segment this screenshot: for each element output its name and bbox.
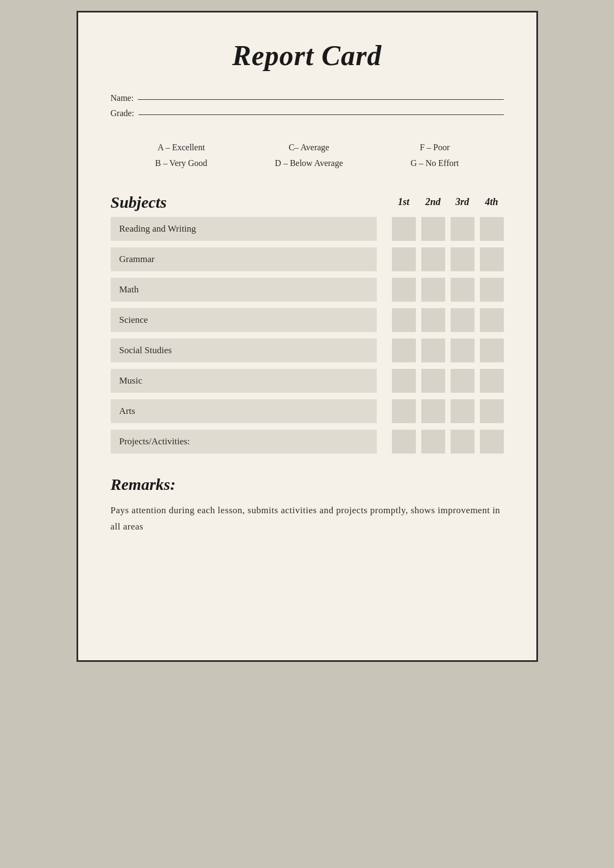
grade-box-1-q4[interactable] bbox=[480, 247, 504, 271]
legend-c: C– Average bbox=[275, 140, 343, 156]
subjects-header: Subjects 1st 2nd 3rd 4th bbox=[111, 193, 504, 212]
grade-boxes-4 bbox=[384, 339, 504, 362]
name-label: Name: bbox=[111, 93, 134, 103]
grade-box-4-q2[interactable] bbox=[421, 339, 445, 362]
subject-name-4: Social Studies bbox=[111, 339, 377, 362]
grade-box-3-q1[interactable] bbox=[392, 308, 416, 332]
subject-name-0: Reading and Writing bbox=[111, 217, 377, 241]
legend-d: D – Below Average bbox=[275, 156, 343, 171]
subject-name-5: Music bbox=[111, 369, 377, 393]
grade-box-7-q3[interactable] bbox=[451, 430, 474, 454]
quarter-headers: 1st 2nd 3rd 4th bbox=[384, 196, 504, 208]
grade-box-2-q4[interactable] bbox=[480, 278, 504, 302]
grade-box-4-q1[interactable] bbox=[392, 339, 416, 362]
subject-row: Grammar bbox=[111, 247, 504, 271]
grade-box-2-q1[interactable] bbox=[392, 278, 416, 302]
name-line: Name: bbox=[111, 93, 504, 103]
info-section: Name: Grade: bbox=[111, 93, 504, 118]
subject-name-7: Projects/Activities: bbox=[111, 430, 377, 454]
grade-box-6-q1[interactable] bbox=[392, 399, 416, 423]
grade-box-7-q2[interactable] bbox=[421, 430, 445, 454]
grade-boxes-6 bbox=[384, 399, 504, 423]
grade-boxes-3 bbox=[384, 308, 504, 332]
quarter-4-header: 4th bbox=[480, 196, 504, 208]
grade-boxes-5 bbox=[384, 369, 504, 393]
subject-row: Science bbox=[111, 308, 504, 332]
subject-row: Reading and Writing bbox=[111, 217, 504, 241]
subject-name-1: Grammar bbox=[111, 247, 377, 271]
grade-box-5-q3[interactable] bbox=[451, 369, 474, 393]
grade-underline[interactable] bbox=[138, 114, 503, 115]
legend-col-2: C– Average D – Below Average bbox=[275, 140, 343, 171]
grade-box-3-q3[interactable] bbox=[451, 308, 474, 332]
legend-col-1: A – Excellent B – Very Good bbox=[155, 140, 207, 171]
grade-boxes-7 bbox=[384, 430, 504, 454]
grade-box-3-q4[interactable] bbox=[480, 308, 504, 332]
subject-name-6: Arts bbox=[111, 399, 377, 423]
grade-box-7-q4[interactable] bbox=[480, 430, 504, 454]
subject-name-2: Math bbox=[111, 278, 377, 302]
remarks-text: Pays attention during each lesson, submi… bbox=[111, 502, 504, 535]
legend-a: A – Excellent bbox=[155, 140, 207, 156]
grade-box-3-q2[interactable] bbox=[421, 308, 445, 332]
remarks-section: Remarks: Pays attention during each less… bbox=[111, 475, 504, 535]
grade-box-4-q4[interactable] bbox=[480, 339, 504, 362]
subject-row: Social Studies bbox=[111, 339, 504, 362]
legend-col-3: F – Poor G – No Effort bbox=[410, 140, 459, 171]
grade-box-0-q3[interactable] bbox=[451, 217, 474, 241]
grade-box-0-q1[interactable] bbox=[392, 217, 416, 241]
legend-g: G – No Effort bbox=[410, 156, 459, 171]
subject-name-3: Science bbox=[111, 308, 377, 332]
name-underline[interactable] bbox=[138, 99, 503, 100]
grade-box-0-q4[interactable] bbox=[480, 217, 504, 241]
grade-box-0-q2[interactable] bbox=[421, 217, 445, 241]
grade-box-5-q2[interactable] bbox=[421, 369, 445, 393]
legend-f: F – Poor bbox=[410, 140, 459, 156]
legend-b: B – Very Good bbox=[155, 156, 207, 171]
subject-row: Music bbox=[111, 369, 504, 393]
grade-box-1-q1[interactable] bbox=[392, 247, 416, 271]
grade-boxes-0 bbox=[384, 217, 504, 241]
grade-boxes-2 bbox=[384, 278, 504, 302]
grade-box-5-q1[interactable] bbox=[392, 369, 416, 393]
quarter-3-header: 3rd bbox=[451, 196, 474, 208]
grade-box-7-q1[interactable] bbox=[392, 430, 416, 454]
subjects-title: Subjects bbox=[111, 193, 384, 212]
subject-row: Arts bbox=[111, 399, 504, 423]
grade-box-6-q4[interactable] bbox=[480, 399, 504, 423]
grade-box-6-q2[interactable] bbox=[421, 399, 445, 423]
page-title: Report Card bbox=[111, 40, 504, 72]
quarter-1-header: 1st bbox=[392, 196, 416, 208]
subjects-list: Reading and WritingGrammarMathScienceSoc… bbox=[111, 217, 504, 454]
grade-box-2-q2[interactable] bbox=[421, 278, 445, 302]
grade-box-6-q3[interactable] bbox=[451, 399, 474, 423]
grade-label: Grade: bbox=[111, 108, 135, 118]
grade-box-2-q3[interactable] bbox=[451, 278, 474, 302]
legend-section: A – Excellent B – Very Good C– Average D… bbox=[111, 135, 504, 177]
quarter-2-header: 2nd bbox=[421, 196, 445, 208]
grade-box-4-q3[interactable] bbox=[451, 339, 474, 362]
report-card-page: Report Card Name: Grade: A – Excellent B… bbox=[77, 11, 538, 662]
grade-boxes-1 bbox=[384, 247, 504, 271]
grade-box-1-q2[interactable] bbox=[421, 247, 445, 271]
grade-box-5-q4[interactable] bbox=[480, 369, 504, 393]
grade-line: Grade: bbox=[111, 108, 504, 118]
subject-row: Math bbox=[111, 278, 504, 302]
remarks-title: Remarks: bbox=[111, 475, 504, 494]
subject-row: Projects/Activities: bbox=[111, 430, 504, 454]
grade-box-1-q3[interactable] bbox=[451, 247, 474, 271]
